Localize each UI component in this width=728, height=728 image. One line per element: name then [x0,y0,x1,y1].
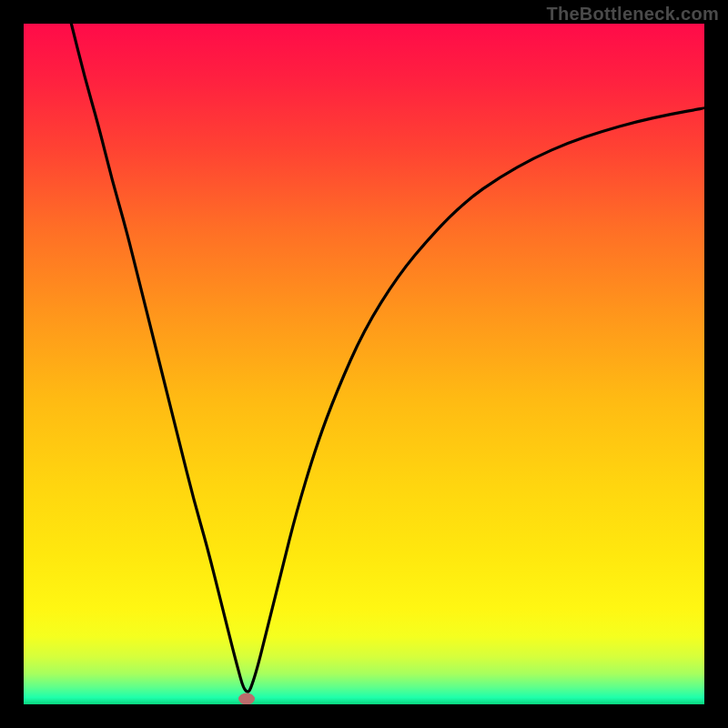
chart-svg [24,24,704,704]
gradient-background [24,24,704,704]
plot-area [24,24,704,704]
attribution-label: TheBottleneck.com [546,4,719,25]
chart-frame: TheBottleneck.com [0,0,728,728]
minimum-marker [238,693,255,705]
